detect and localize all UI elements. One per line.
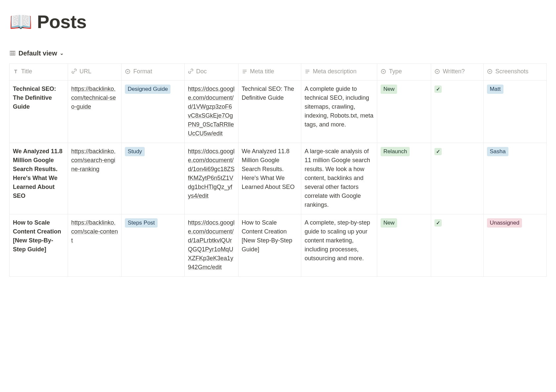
select-icon (381, 69, 386, 74)
row-doc[interactable]: https://docs.google.com/document/d/1on4i… (188, 148, 235, 199)
col-label: Screenshots (495, 67, 528, 76)
col-label: Type (389, 67, 402, 76)
col-type[interactable]: Type (377, 64, 431, 81)
cell-type[interactable]: New (377, 81, 431, 143)
cell-meta-title[interactable]: We Analyzed 11.8 Million Google Search R… (238, 143, 301, 214)
col-title[interactable]: Title (10, 64, 68, 81)
col-label: Meta description (313, 67, 356, 76)
row-meta-desc: A large-scale analysis of 11 million Goo… (305, 148, 370, 208)
cell-meta-title[interactable]: Technical SEO: The Definitive Guide (238, 81, 301, 143)
page-header: 📖 Posts (9, 8, 547, 36)
row-meta-desc: A complete guide to technical SEO, inclu… (305, 86, 373, 128)
col-label: Format (133, 67, 152, 76)
cell-meta-desc[interactable]: A complete guide to technical SEO, inclu… (301, 81, 377, 143)
type-tag: New (381, 85, 397, 94)
cell-type[interactable]: Relaunch (377, 143, 431, 214)
written-check: ✓ (434, 86, 442, 93)
cell-title[interactable]: How to Scale Content Creation [New Step-… (10, 214, 68, 277)
col-label: URL (80, 67, 92, 76)
format-tag: Steps Post (125, 218, 157, 228)
col-written[interactable]: Written? (431, 64, 484, 81)
cell-written[interactable]: ✓ (431, 143, 484, 214)
cell-written[interactable]: ✓ (431, 81, 484, 143)
cell-screenshots[interactable]: Sasha (484, 143, 547, 214)
col-doc[interactable]: Doc (184, 64, 238, 81)
database-table: Title URL Format Doc Meta title Meta des… (9, 63, 547, 277)
page-title[interactable]: Posts (37, 8, 87, 36)
table-row[interactable]: How to Scale Content Creation [New Step-… (10, 214, 547, 277)
cell-format[interactable]: Steps Post (122, 214, 184, 277)
row-url[interactable]: https://backlinko.com/technical-seo-guid… (71, 86, 116, 110)
format-tag: Study (125, 147, 144, 156)
cell-format[interactable]: Study (122, 143, 184, 214)
title-prop-icon (13, 69, 19, 74)
cell-meta-title[interactable]: How to Scale Content Creation [New Step-… (238, 214, 301, 277)
col-meta-desc[interactable]: Meta description (301, 64, 377, 81)
col-meta-title[interactable]: Meta title (238, 64, 301, 81)
row-title: How to Scale Content Creation [New Step-… (13, 219, 61, 253)
text-icon (305, 69, 310, 74)
row-url[interactable]: https://backlinko.com/scale-content (71, 219, 118, 244)
row-meta-title: We Analyzed 11.8 Million Google Search R… (242, 148, 295, 190)
header-row: Title URL Format Doc Meta title Meta des… (10, 64, 547, 81)
col-url[interactable]: URL (68, 64, 122, 81)
screenshots-tag: Sasha (487, 147, 508, 156)
table-row[interactable]: Technical SEO: The Definitive Guide http… (10, 81, 547, 143)
cell-screenshots[interactable]: Unassigned (484, 214, 547, 277)
view-selector[interactable]: Default view ⌄ (9, 48, 64, 58)
col-label: Title (21, 67, 32, 76)
cell-written[interactable]: ✓ (431, 214, 484, 277)
row-doc[interactable]: https://docs.google.com/document/d/1VWgz… (188, 86, 235, 137)
chevron-down-icon: ⌄ (60, 50, 64, 57)
select-icon (487, 69, 493, 74)
cell-url[interactable]: https://backlinko.com/search-engine-rank… (68, 143, 122, 214)
row-title: Technical SEO: The Definitive Guide (13, 86, 56, 110)
link-icon (188, 69, 194, 74)
cell-url[interactable]: https://backlinko.com/scale-content (68, 214, 122, 277)
type-tag: New (381, 218, 397, 228)
view-bar: Default view ⌄ (9, 46, 547, 60)
view-label: Default view (19, 48, 57, 58)
cell-url[interactable]: https://backlinko.com/technical-seo-guid… (68, 81, 122, 143)
row-title: We Analyzed 11.8 Million Google Search R… (13, 148, 62, 199)
row-url[interactable]: https://backlinko.com/search-engine-rank… (71, 148, 116, 172)
screenshots-tag: Unassigned (487, 218, 522, 228)
col-label: Meta title (250, 67, 274, 76)
row-meta-title: Technical SEO: The Definitive Guide (242, 86, 294, 101)
cell-title[interactable]: We Analyzed 11.8 Million Google Search R… (10, 143, 68, 214)
text-icon (242, 69, 247, 74)
cell-doc[interactable]: https://docs.google.com/document/d/1VWgz… (184, 81, 238, 143)
cell-screenshots[interactable]: Matt (484, 81, 547, 143)
written-check: ✓ (434, 148, 442, 155)
page-icon[interactable]: 📖 (9, 13, 32, 31)
row-doc[interactable]: https://docs.google.com/document/d/1aPLr… (188, 219, 235, 270)
col-screenshots[interactable]: Screenshots (484, 64, 547, 81)
row-meta-title: How to Scale Content Creation [New Step-… (242, 219, 292, 253)
cell-meta-desc[interactable]: A large-scale analysis of 11 million Goo… (301, 143, 377, 214)
type-tag: Relaunch (381, 147, 410, 156)
cell-type[interactable]: New (377, 214, 431, 277)
col-label: Doc (196, 67, 207, 76)
cell-format[interactable]: Designed Guide (122, 81, 184, 143)
col-format[interactable]: Format (122, 64, 184, 81)
link-icon (71, 69, 77, 74)
select-icon (434, 69, 440, 74)
cell-doc[interactable]: https://docs.google.com/document/d/1on4i… (184, 143, 238, 214)
table-row[interactable]: We Analyzed 11.8 Million Google Search R… (10, 143, 547, 214)
cell-doc[interactable]: https://docs.google.com/document/d/1aPLr… (184, 214, 238, 277)
written-check: ✓ (434, 219, 442, 227)
select-icon (125, 69, 130, 74)
screenshots-tag: Matt (487, 85, 503, 94)
col-label: Written? (443, 67, 465, 76)
format-tag: Designed Guide (125, 85, 170, 94)
table-icon (9, 50, 16, 56)
cell-meta-desc[interactable]: A complete, step-by-step guide to scalin… (301, 214, 377, 277)
row-meta-desc: A complete, step-by-step guide to scalin… (305, 219, 370, 262)
cell-title[interactable]: Technical SEO: The Definitive Guide (10, 81, 68, 143)
